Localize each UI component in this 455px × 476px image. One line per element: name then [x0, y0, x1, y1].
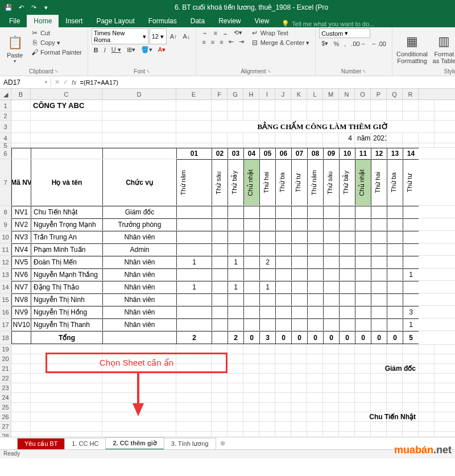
cell[interactable]: Nhân viên	[102, 231, 176, 243]
cell[interactable]	[371, 143, 387, 147]
cell[interactable]	[228, 206, 243, 218]
cell[interactable]	[403, 293, 419, 305]
cell[interactable]	[176, 293, 212, 305]
cell[interactable]	[419, 412, 435, 421]
company-name[interactable]: CÔNG TY ABC	[31, 100, 102, 111]
cell[interactable]	[371, 268, 387, 280]
cell[interactable]	[291, 293, 307, 305]
cell[interactable]: NV1	[11, 206, 31, 218]
row-header[interactable]: 9	[0, 218, 11, 230]
cell[interactable]	[323, 293, 339, 305]
underline-button[interactable]: U ▾	[109, 45, 123, 54]
cell[interactable]	[339, 218, 355, 230]
row-header[interactable]: 22	[0, 374, 11, 383]
cell[interactable]	[355, 218, 371, 230]
number-format-select[interactable]: Custom▾	[319, 28, 370, 38]
cell[interactable]: Giám đốc	[403, 364, 419, 373]
cell[interactable]	[323, 364, 339, 373]
cell[interactable]	[176, 403, 212, 412]
cell[interactable]	[275, 243, 291, 255]
align-center-icon[interactable]: ≡	[209, 38, 217, 46]
cell[interactable]: Admin	[102, 243, 176, 255]
cell[interactable]	[403, 422, 419, 431]
cell[interactable]: Tổng	[31, 331, 102, 344]
cell[interactable]	[212, 133, 228, 143]
cell[interactable]	[371, 218, 387, 230]
cell[interactable]	[11, 345, 31, 354]
cell[interactable]: Thứ năm	[176, 159, 212, 205]
cell[interactable]: Thứ tư	[403, 159, 419, 205]
row-header[interactable]: 6	[0, 148, 11, 159]
cell[interactable]	[291, 143, 307, 147]
cell[interactable]	[355, 243, 371, 255]
cell[interactable]	[323, 412, 339, 421]
cell[interactable]: Đặng Thị Thảo	[31, 281, 102, 293]
cell[interactable]	[403, 143, 419, 147]
cell[interactable]	[339, 256, 355, 268]
cell[interactable]	[323, 422, 339, 431]
cell[interactable]	[307, 268, 323, 280]
cell[interactable]	[11, 121, 31, 133]
font-size-select[interactable]: 12▾	[150, 28, 167, 44]
tab-file[interactable]: File	[2, 15, 27, 27]
row-header[interactable]: 5	[0, 143, 11, 147]
cell[interactable]	[403, 111, 419, 120]
cell[interactable]	[419, 374, 435, 383]
cell[interactable]	[243, 412, 259, 421]
cell[interactable]	[371, 393, 387, 402]
enter-icon[interactable]: ✓	[63, 78, 68, 86]
col-header[interactable]: H	[243, 89, 259, 100]
cell[interactable]	[243, 422, 259, 431]
cell[interactable]	[11, 133, 31, 143]
cell[interactable]	[259, 100, 275, 111]
format-painter-button[interactable]: 🖌Format Painter	[28, 48, 84, 57]
cell[interactable]: Nhân viên	[102, 293, 176, 305]
cell[interactable]: NV6	[11, 268, 31, 280]
cell[interactable]	[11, 374, 31, 383]
cell[interactable]	[259, 383, 275, 392]
fill-color-button[interactable]: 🪣▾	[139, 45, 155, 54]
cell[interactable]	[307, 374, 323, 383]
cell[interactable]	[259, 306, 275, 318]
cell[interactable]	[176, 231, 212, 243]
cell[interactable]	[307, 306, 323, 318]
cell[interactable]	[307, 403, 323, 412]
cell[interactable]	[355, 256, 371, 268]
cell[interactable]	[419, 133, 435, 143]
cell[interactable]	[387, 383, 403, 392]
cell[interactable]	[259, 412, 275, 421]
cell[interactable]: Chủ nhật	[355, 159, 371, 205]
decrease-font-icon[interactable]: A↓	[181, 28, 193, 44]
cell[interactable]: Thứ tư	[291, 159, 307, 205]
cell[interactable]	[102, 100, 176, 111]
cell[interactable]	[387, 231, 403, 243]
cell[interactable]	[307, 422, 323, 431]
indent-right-icon[interactable]: ⇥	[237, 38, 246, 46]
cell[interactable]	[212, 293, 228, 305]
cell[interactable]	[275, 281, 291, 293]
row-header[interactable]: 16	[0, 306, 11, 318]
col-header[interactable]: N	[339, 89, 355, 100]
cell[interactable]	[371, 206, 387, 218]
cell[interactable]: Chủ nhật	[243, 159, 259, 205]
cell[interactable]	[323, 206, 339, 218]
cell[interactable]: 2	[228, 331, 243, 344]
cell[interactable]	[243, 306, 259, 318]
cell[interactable]	[176, 143, 212, 147]
cell[interactable]	[31, 412, 102, 421]
cell[interactable]	[403, 393, 419, 402]
cell[interactable]	[323, 393, 339, 402]
cell[interactable]	[355, 143, 371, 147]
cell[interactable]	[176, 422, 212, 431]
cell[interactable]	[387, 374, 403, 383]
font-color-button[interactable]: A▾	[156, 45, 168, 54]
cell[interactable]	[323, 306, 339, 318]
cell[interactable]	[355, 345, 371, 354]
cell[interactable]: NV7	[11, 281, 31, 293]
cell[interactable]	[31, 393, 102, 402]
font-expand-icon[interactable]: ⤡	[146, 69, 150, 74]
cell[interactable]	[11, 331, 31, 344]
cell[interactable]	[243, 133, 259, 143]
cell[interactable]	[371, 293, 387, 305]
row-header[interactable]: 11	[0, 243, 11, 255]
